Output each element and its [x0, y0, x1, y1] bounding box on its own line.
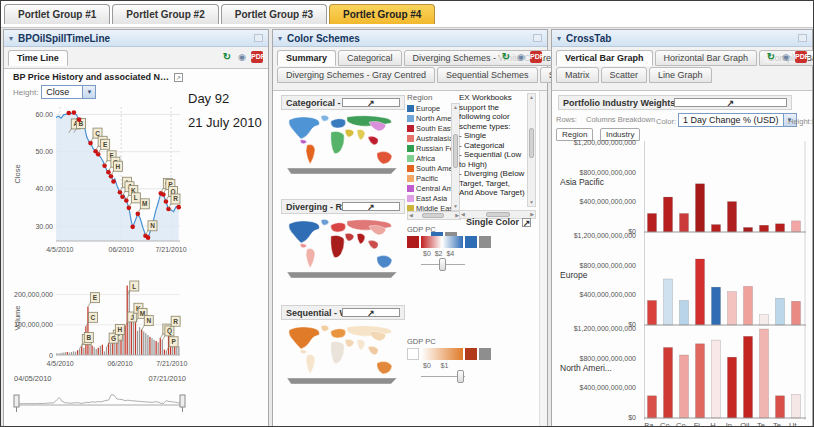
popout-icon[interactable]: ↗ — [342, 202, 400, 211]
range-handle-left[interactable] — [14, 395, 19, 412]
legend-item-pacific[interactable]: Pacific — [407, 173, 451, 183]
legend-item-middle-east[interactable]: Middle East — [407, 203, 451, 211]
popout-icon[interactable]: ↗ — [342, 98, 400, 107]
refresh-icon[interactable]: ↻ — [500, 51, 512, 63]
legend-item-africa[interactable]: Africa — [407, 153, 451, 163]
tab-matrix[interactable]: Matrix — [556, 67, 599, 83]
y-axis-tick: $400,000,000,000 — [552, 291, 636, 298]
refresh-icon[interactable]: ↻ — [765, 51, 777, 63]
panel-color-schemes: ▾ Color Schemes SummaryCategoricalDiverg… — [272, 29, 548, 426]
height-select[interactable]: Close ▼ — [41, 85, 96, 99]
scroll-left-icon[interactable]: ◀ — [409, 212, 413, 219]
legend-swatch — [465, 348, 477, 360]
scroll-down-icon[interactable]: ▼ — [452, 203, 459, 210]
gdp-range-slider[interactable] — [421, 258, 465, 272]
tab-summary[interactable]: Summary — [277, 50, 336, 66]
volume-flag-markers[interactable]: ABCEFGHJLKMNOPQR — [80, 281, 180, 351]
region-bars-plot[interactable] — [644, 327, 806, 420]
portlet-tab[interactable]: Portlet Group #3 — [221, 4, 327, 24]
region-bars-plot[interactable] — [644, 141, 806, 234]
volume-bar-chart[interactable]: 200,000,000100,000,0000ABCEFGHJLKMNOPQR4… — [10, 275, 188, 371]
pdf-export-icon[interactable]: PDF — [251, 51, 263, 63]
legend-item-north-ameri-[interactable]: North Ameri... — [407, 113, 451, 123]
portlet-tab[interactable]: Portlet Group #1 — [4, 4, 110, 24]
tab-scatter[interactable]: Scatter — [601, 67, 648, 83]
info-vertical-scrollbar[interactable]: ▲ ▼ — [527, 93, 536, 207]
timeline-body: BP Price History and associated News Hea… — [4, 69, 268, 427]
tab-time-line[interactable]: Time Line — [8, 50, 68, 66]
portlet-tab[interactable]: Portlet Group #2 — [112, 4, 218, 24]
gdp-range-slider[interactable] — [421, 370, 465, 384]
timeline-toolbar: ↻ ◉ PDF — [220, 51, 264, 63]
legend-item-east-asia[interactable]: East Asia — [407, 193, 451, 203]
tab-sequential-schemes[interactable]: Sequential Schemes — [437, 67, 538, 83]
crosstab-row-asia-pacific: $1,200,000,000,000$800,000,000,000$400,0… — [552, 141, 806, 234]
legend-gradient — [421, 236, 463, 248]
industry-axis-labels: Ba...Co...Co...Fi...H...In...Oil...Te...… — [644, 421, 804, 427]
range-start-label: 04/05/2010 — [14, 374, 52, 383]
volume-bars[interactable] — [56, 286, 179, 356]
svg-text:0: 0 — [49, 352, 53, 359]
popout-icon[interactable]: ↗ — [674, 98, 787, 107]
panel-header-color-schemes[interactable]: ▾ Color Schemes — [273, 30, 547, 47]
panel-scrollbar[interactable] — [539, 91, 547, 426]
portlet-tab[interactable]: Portlet Group #4 — [329, 4, 435, 24]
legend-item-australasia[interactable]: Australasia — [407, 133, 451, 143]
scroll-up-icon[interactable]: ▲ — [452, 104, 459, 111]
panel-header-bp-timeline[interactable]: ▾ BPOilSpillTimeLine — [4, 30, 268, 47]
industry-axis-label: Co... — [676, 421, 692, 427]
color-select[interactable]: 1 Day Change % (USD) ▼ — [678, 113, 797, 127]
crosstab-chart[interactable]: $1,200,000,000,000$800,000,000,000$400,0… — [552, 141, 806, 423]
legend-label: North Ameri... — [416, 114, 451, 123]
svg-text:N: N — [150, 222, 155, 229]
panel-title: BPOilSpillTimeLine — [18, 33, 254, 44]
legend-item-europe[interactable]: Europe — [407, 103, 451, 113]
panel-crosstab: ▾ CrossTab Vertical Bar GraphHorizontal … — [551, 29, 813, 426]
record-icon[interactable]: ◉ — [236, 51, 248, 63]
svg-text:06/2010: 06/2010 — [109, 246, 134, 253]
svg-text:H: H — [117, 326, 122, 333]
legend-item-russian-fed-[interactable]: Russian Fed... — [407, 143, 451, 153]
refresh-icon[interactable]: ↻ — [221, 51, 233, 63]
legend-label: Middle East — [416, 204, 451, 212]
color-schemes-toolbar: ↻ ◉ PDF — [499, 51, 543, 63]
scroll-up-icon[interactable]: ▲ — [528, 94, 535, 101]
world-map-categorical[interactable] — [281, 113, 403, 177]
columns-label: Columns Breakdown — [586, 115, 655, 124]
collapse-arrow-icon[interactable]: ▾ — [278, 34, 282, 43]
world-map-sequential[interactable] — [281, 323, 403, 387]
price-line-chart[interactable]: 60.0050.0040.0030.00ABCDEFGHIJKLMNOPQR4/… — [10, 101, 188, 269]
range-handle-right[interactable] — [180, 395, 185, 412]
record-icon[interactable]: ◉ — [780, 51, 792, 63]
popout-icon[interactable]: ↗ — [342, 308, 400, 317]
tab-vertical-bar-graph[interactable]: Vertical Bar Graph — [556, 50, 653, 66]
chevron-down-icon: ▼ — [82, 86, 95, 98]
legend-item-south-east-a-[interactable]: South East A... — [407, 123, 451, 133]
restore-window-icon[interactable] — [533, 34, 542, 42]
pdf-export-icon[interactable]: PDF — [530, 51, 542, 63]
legend-item-central-ame-[interactable]: Central Ame... — [407, 183, 451, 193]
popout-icon[interactable]: ↗ — [522, 218, 531, 227]
gdp-legend-ticks: $0 $2 $4 — [407, 250, 517, 257]
restore-window-icon[interactable] — [254, 34, 263, 42]
restore-window-icon[interactable] — [798, 34, 807, 42]
world-map-diverging[interactable] — [281, 217, 403, 281]
panel-header-crosstab[interactable]: ▾ CrossTab — [552, 30, 812, 47]
popout-icon[interactable]: ↗ — [174, 73, 183, 82]
industry-axis-label: Co... — [660, 421, 676, 427]
tab-diverging-schemes-gray-centred[interactable]: Diverging Schemes - Gray Centred — [277, 67, 435, 83]
pdf-export-icon[interactable]: PDF — [795, 51, 807, 63]
collapse-arrow-icon[interactable]: ▾ — [557, 34, 561, 43]
tab-line-graph[interactable]: Line Graph — [649, 67, 712, 83]
region-bars-plot[interactable] — [644, 234, 806, 327]
legend-item-south-ameri-[interactable]: South Ameri... — [407, 163, 451, 173]
height-select-value: Close — [42, 87, 82, 97]
record-icon[interactable]: ◉ — [515, 51, 527, 63]
scroll-down-icon[interactable]: ▼ — [528, 199, 535, 206]
rows-label: Rows: — [556, 115, 577, 124]
legend-swatch — [407, 145, 414, 152]
tab-categorical[interactable]: Categorical — [338, 50, 402, 66]
range-slider[interactable] — [12, 385, 188, 413]
tab-horizontal-bar-graph[interactable]: Horizontal Bar Graph — [655, 50, 758, 66]
collapse-arrow-icon[interactable]: ▾ — [9, 34, 13, 43]
